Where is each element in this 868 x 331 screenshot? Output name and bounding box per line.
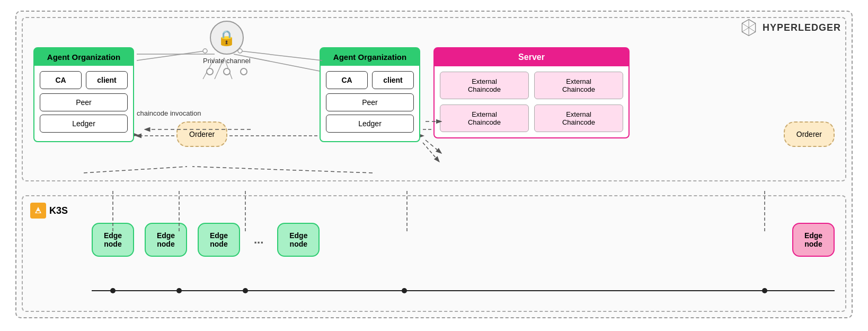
svg-point-28 [176, 288, 182, 293]
agent-org-right-body: CA client Peer Ledger [321, 66, 419, 141]
channel-node-3 [240, 68, 247, 75]
server-header: Server [435, 48, 628, 66]
orderer-left: Orderer [176, 121, 227, 147]
client-box-left: client [86, 71, 128, 89]
svg-line-20 [192, 167, 373, 173]
svg-line-18 [426, 140, 441, 153]
edge-node-pink: Edgenode [792, 223, 835, 257]
svg-point-30 [402, 288, 407, 293]
agent-org-right: Agent Organization CA client Peer Ledger [320, 47, 420, 142]
ca-client-row-right: CA client [326, 71, 414, 89]
channel-nodes [206, 68, 247, 75]
diagram-wrapper: HYPERLEDGER [15, 11, 853, 318]
private-channel: 🔒 Private channel [203, 21, 251, 75]
server-body: ExternalChaincode ExternalChaincode Exte… [435, 66, 628, 137]
client-box-right: client [372, 71, 414, 89]
svg-point-27 [110, 288, 116, 293]
chaincode-1: ExternalChaincode [440, 72, 529, 99]
top-section: Agent Organization CA client Peer Ledger… [22, 17, 846, 181]
ca-box-right: CA [326, 71, 368, 89]
bottom-section: K3S Edgenode Edgenode Edgenode ... Edgen… [22, 195, 846, 312]
edge-node-1: Edgenode [92, 223, 134, 257]
peer-box-left: Peer [40, 93, 128, 111]
agent-org-left-body: CA client Peer Ledger [34, 66, 133, 141]
channel-node-2 [223, 68, 231, 75]
chaincode-3: ExternalChaincode [440, 104, 529, 132]
channel-node-1 [206, 68, 214, 75]
ca-box-left: CA [40, 71, 82, 89]
peer-box-right: Peer [326, 93, 414, 111]
chaincode-2: ExternalChaincode [534, 72, 623, 99]
bottom-line-svg [92, 285, 835, 301]
agent-org-left: Agent Organization CA client Peer Ledger [33, 47, 134, 142]
k3s-svg-icon [32, 205, 44, 216]
k3s-text: K3S [49, 205, 68, 216]
dots-label: ... [251, 233, 267, 247]
edge-node-4: Edgenode [277, 223, 320, 257]
k3s-label: K3S [30, 203, 68, 219]
ledger-box-left: Ledger [40, 115, 128, 133]
chaincode-4: ExternalChaincode [534, 104, 623, 132]
ca-client-row-left: CA client [40, 71, 128, 89]
edge-node-3: Edgenode [198, 223, 240, 257]
server-box: Server ExternalChaincode ExternalChainco… [433, 47, 630, 138]
agent-org-left-header: Agent Organization [34, 48, 133, 66]
agent-org-right-header: Agent Organization [321, 48, 419, 66]
edge-nodes-row: Edgenode Edgenode Edgenode ... Edgenode … [92, 223, 835, 257]
invocation-label: chaincode invocation [137, 109, 201, 117]
orderer-right: Orderer [784, 121, 835, 147]
svg-line-23 [240, 51, 322, 60]
svg-line-19 [84, 167, 187, 173]
svg-point-29 [243, 288, 248, 293]
svg-line-21 [137, 51, 205, 60]
svg-line-10 [423, 143, 439, 161]
lock-icon: 🔒 [210, 21, 244, 55]
ledger-box-right: Ledger [326, 115, 414, 133]
k3s-icon [30, 203, 46, 219]
private-channel-label: Private channel [203, 57, 251, 65]
svg-point-31 [762, 288, 767, 293]
edge-node-2: Edgenode [145, 223, 187, 257]
svg-rect-25 [37, 211, 40, 213]
